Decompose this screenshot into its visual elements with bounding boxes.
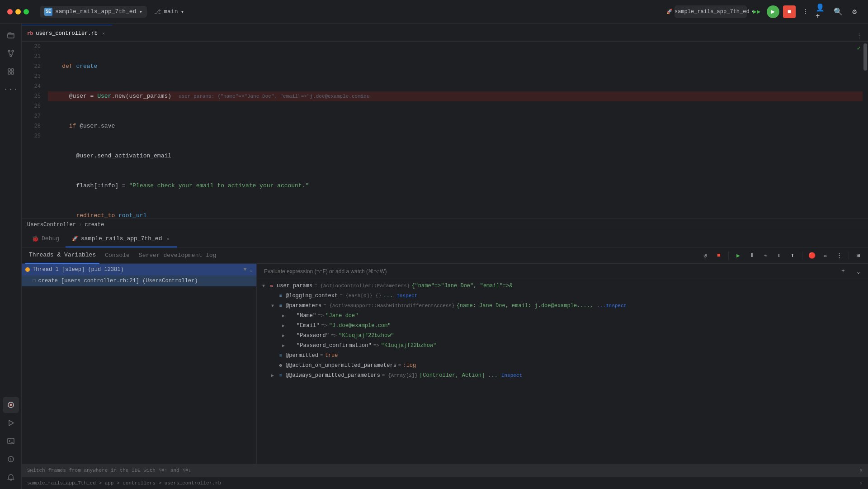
expand-expression-button[interactable]: ⌄ bbox=[853, 266, 864, 277]
debug-tabs: 🐞 Debug 🚀 sample_rails_app_7th_ed ✕ bbox=[22, 231, 868, 247]
status-right-icon[interactable]: ⚡ bbox=[859, 480, 863, 486]
variables-content[interactable]: ▼ ∞ user_params = {ActionController::Par… bbox=[257, 279, 868, 464]
edit-button[interactable]: ✏ bbox=[820, 250, 831, 261]
sidebar-item-run[interactable] bbox=[3, 415, 19, 431]
add-user-button[interactable]: 👤+ bbox=[816, 5, 828, 18]
add-watch-button[interactable]: + bbox=[837, 266, 849, 277]
var-value-email: "J.doe@example.com" bbox=[329, 323, 391, 329]
inspect-parameters-button[interactable]: ...Inspect bbox=[597, 303, 627, 309]
pause-button[interactable]: ⏸ bbox=[746, 250, 758, 261]
var-type-permitted-icon: ≡ bbox=[278, 352, 284, 359]
search-button[interactable]: 🔍 bbox=[832, 5, 844, 18]
evaluate-expression-input[interactable] bbox=[260, 266, 834, 277]
var-item-password[interactable]: ▶ "Password" => "K1uqjajf22bzhow" bbox=[257, 331, 868, 341]
mute-breakpoints-button[interactable]: 🔴 bbox=[806, 250, 818, 261]
breadcrumb-controller[interactable]: UsersController bbox=[27, 222, 76, 228]
expand-icon[interactable]: ⌄ bbox=[250, 266, 253, 273]
tab-close-button[interactable]: ✕ bbox=[100, 30, 107, 37]
status-path: sample_rails_app_7th_ed > app > controll… bbox=[27, 480, 221, 486]
settings-button[interactable]: ⚙ bbox=[848, 5, 861, 18]
svg-rect-7 bbox=[11, 72, 14, 74]
project-selector[interactable]: SE sample_rails_app_7th_ed ▾ bbox=[40, 6, 147, 18]
notification-close-button[interactable]: ✕ bbox=[859, 467, 863, 473]
code-content[interactable]: 20 21 22 23 24 25 26 27 28 29 def create bbox=[22, 42, 868, 218]
step-over-button[interactable]: ↷ bbox=[760, 250, 771, 261]
var-item-logging-context[interactable]: ≡ @logging_context = {Hash[0]} {} ... In… bbox=[257, 291, 868, 301]
variables-panel: + ⌄ ▼ ∞ user_params = {ActionController:… bbox=[257, 264, 868, 464]
expand-user-params-icon[interactable]: ▼ bbox=[260, 283, 267, 289]
var-item-permitted[interactable]: ≡ @permitted = true bbox=[257, 351, 868, 361]
expand-permitted-icon[interactable] bbox=[269, 352, 276, 359]
tab-debug[interactable]: 🐞 Debug bbox=[25, 231, 66, 247]
run-button[interactable]: ▶ bbox=[767, 5, 779, 18]
sidebar-item-folder[interactable] bbox=[3, 27, 19, 43]
scrollbar-thumb[interactable] bbox=[863, 43, 867, 71]
expand-panel-button[interactable]: ⊞ bbox=[853, 250, 864, 261]
var-type-email: => bbox=[321, 323, 327, 328]
step-out-button[interactable]: ⬆ bbox=[787, 250, 798, 261]
expand-parameters-icon[interactable]: ▼ bbox=[269, 303, 276, 309]
expand-name-icon[interactable]: ▶ bbox=[280, 313, 287, 319]
sidebar-item-notifications[interactable] bbox=[3, 469, 19, 485]
thread-1-item[interactable]: Thread 1 [sleep] (pid 12381) ▼ ⌄ bbox=[22, 264, 256, 275]
tab-users-controller[interactable]: rb users_controller.rb ✕ bbox=[22, 25, 113, 41]
code-line-23: @user.send_activation_email bbox=[48, 151, 864, 161]
more-options-button[interactable]: ⋮ bbox=[799, 5, 812, 18]
filter-icon[interactable]: ▼ bbox=[244, 266, 247, 273]
svg-point-15 bbox=[10, 461, 11, 461]
sidebar-item-git[interactable] bbox=[3, 45, 19, 62]
var-item-parameters[interactable]: ▼ ≡ @parameters = {ActiveSupport::HashWi… bbox=[257, 301, 868, 311]
var-item-action-unpermitted[interactable]: ⚙ @@action_on_unpermitted_parameters = :… bbox=[257, 361, 868, 370]
restart-button[interactable]: ↺ bbox=[699, 250, 711, 261]
var-item-email[interactable]: ▶ "Email" => "J.doe@example.com" bbox=[257, 321, 868, 331]
inspect-logging-button[interactable]: Inspect bbox=[396, 293, 417, 299]
sidebar-item-problems[interactable] bbox=[3, 451, 19, 467]
var-item-name[interactable]: ▶ "Name" => "Jane doe" bbox=[257, 311, 868, 321]
session-close-button[interactable]: ✕ bbox=[165, 236, 171, 242]
sidebar-item-more[interactable]: ··· bbox=[3, 81, 19, 98]
frame-icon: □ bbox=[33, 278, 36, 284]
var-item-always-permitted[interactable]: ▶ ≡ @@always_permitted_parameters = {Arr… bbox=[257, 370, 868, 380]
step-into-button[interactable]: ⬇ bbox=[773, 250, 785, 261]
sidebar-icons: ··· bbox=[0, 24, 22, 489]
var-type-infinity-icon: ∞ bbox=[269, 283, 275, 289]
expand-logging-icon[interactable] bbox=[269, 293, 276, 299]
minimize-button[interactable] bbox=[15, 9, 21, 14]
more-debug-button[interactable]: ⋮ bbox=[833, 250, 845, 261]
console-tab[interactable]: Console bbox=[101, 247, 133, 264]
inspect-always-permitted-button[interactable]: Inspect bbox=[501, 373, 522, 378]
tab-session[interactable]: 🚀 sample_rails_app_7th_ed ✕ bbox=[66, 231, 177, 247]
session-icon: 🚀 bbox=[72, 236, 78, 242]
svg-rect-11 bbox=[8, 438, 14, 444]
more-icon: ··· bbox=[3, 85, 18, 94]
notification-bar: Switch frames from anywhere in the IDE w… bbox=[22, 464, 868, 476]
svg-point-2 bbox=[12, 50, 14, 52]
expand-always-permitted-icon[interactable]: ▶ bbox=[269, 372, 276, 379]
frame-create-item[interactable]: □ create [users_controller.rb:21] (Users… bbox=[22, 275, 256, 286]
maximize-button[interactable] bbox=[24, 9, 29, 14]
expand-action-unpermitted-icon[interactable] bbox=[269, 362, 276, 369]
expand-email-icon[interactable]: ▶ bbox=[280, 323, 287, 329]
run-config-selector[interactable]: 🚀 sample_rails_app_7th_ed ▾ bbox=[675, 5, 747, 18]
resume-button[interactable]: ▶ bbox=[732, 250, 744, 261]
sidebar-item-plugins[interactable] bbox=[3, 63, 19, 80]
tab-settings-button[interactable]: ⋮ bbox=[854, 30, 864, 41]
sidebar-item-debug[interactable] bbox=[3, 397, 19, 413]
var-item-password-confirm[interactable]: ▶ "Password_confirmation" => "K1uqjajf22… bbox=[257, 341, 868, 351]
var-type-name: => bbox=[318, 313, 324, 318]
var-item-user-params[interactable]: ▼ ∞ user_params = {ActionController::Par… bbox=[257, 281, 868, 291]
stop-button[interactable]: ■ bbox=[783, 5, 796, 18]
expand-password-icon[interactable]: ▶ bbox=[280, 332, 287, 339]
breadcrumb-method[interactable]: create bbox=[85, 222, 104, 228]
server-log-tab[interactable]: Server development log bbox=[135, 247, 220, 264]
sidebar-item-terminal[interactable] bbox=[3, 433, 19, 449]
close-button[interactable] bbox=[7, 9, 13, 14]
var-type-name-icon bbox=[288, 313, 295, 319]
threads-variables-tab[interactable]: Threads & Variables bbox=[25, 247, 99, 264]
run-all-button[interactable]: ▶▶ bbox=[750, 5, 763, 18]
stop-session-button[interactable]: ■ bbox=[713, 250, 725, 261]
editor-scrollbar[interactable] bbox=[863, 42, 868, 218]
expand-pwd-confirm-icon[interactable]: ▶ bbox=[280, 342, 287, 349]
svg-rect-4 bbox=[8, 69, 10, 71]
branch-selector[interactable]: ⎇ main ▾ bbox=[154, 8, 184, 15]
